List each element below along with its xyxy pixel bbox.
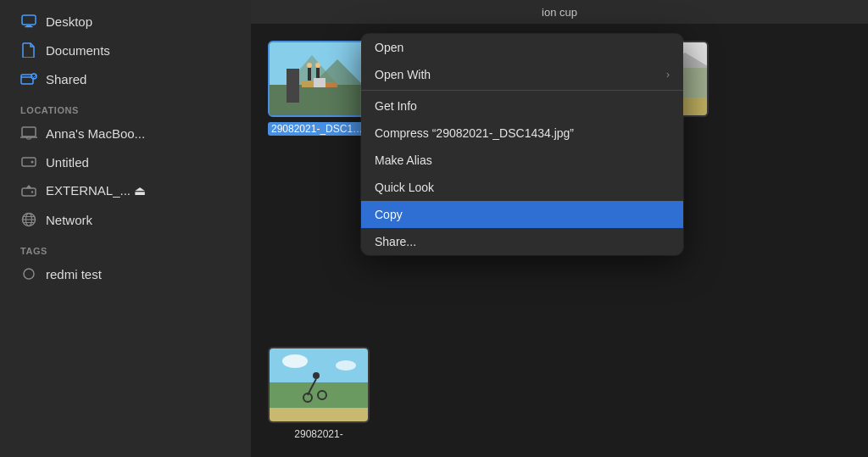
context-menu-share-label: Share... [375,235,416,248]
sidebar-item-documents-label: Documents [46,43,110,58]
context-menu-copy-label: Copy [375,208,403,221]
sidebar-item-external[interactable]: EXTERNAL_... ⏏ [7,177,244,204]
context-menu-make-alias[interactable]: Make Alias [361,147,683,174]
locations-header: Locations [0,93,251,119]
sidebar-item-documents[interactable]: Documents [7,36,244,64]
harddrive-icon [20,153,37,170]
svg-rect-8 [22,188,36,196]
svg-rect-26 [326,82,337,87]
svg-point-7 [31,161,34,164]
file-label-1: 29082021-_DSC1434. [268,122,370,136]
shared-icon [20,70,37,87]
sidebar-item-external-label: EXTERNAL_... ⏏ [46,183,146,198]
context-menu-quick-look[interactable]: Quick Look [361,174,683,201]
svg-point-43 [313,372,320,379]
desktop-icon [20,13,37,30]
svg-rect-24 [302,81,314,87]
svg-rect-41 [270,382,370,408]
svg-point-40 [336,360,356,371]
main-content: ion cup [251,0,868,457]
context-menu-get-info-label: Get Info [375,99,417,113]
sidebar-item-redmi-test-label: redmi test [46,267,102,281]
harddrive-eject-icon [20,182,37,199]
file-item-4[interactable]: 29082021- [268,347,370,440]
file-photo-4 [270,348,368,421]
sidebar-item-shared[interactable]: Shared [7,65,244,92]
network-icon [20,211,37,228]
context-menu-compress[interactable]: Compress “29082021-_DSC1434.jpg” [361,120,683,147]
svg-rect-0 [22,15,36,25]
context-menu: Open Open With › Get Info Compress “2908… [361,34,683,255]
sidebar-item-redmi-test[interactable]: redmi test [7,260,244,287]
laptop-icon [20,125,37,142]
file-label-4: 29082021- [294,428,342,440]
context-menu-share[interactable]: Share... [361,228,683,255]
context-menu-open-with-label: Open With [375,68,431,81]
file-thumbnail-4 [268,347,370,423]
svg-point-4 [31,74,36,79]
svg-rect-42 [270,408,370,423]
svg-point-23 [315,63,320,68]
sidebar-item-untitled[interactable]: Untitled [7,148,244,176]
svg-rect-25 [314,78,326,87]
context-menu-make-alias-label: Make Alias [375,153,432,167]
sidebar-item-macbook[interactable]: Anna's MacBoo... [7,120,244,147]
sidebar-item-macbook-label: Anna's MacBoo... [46,126,145,141]
context-menu-quick-look-label: Quick Look [375,181,434,194]
document-icon [20,42,37,59]
sidebar: Desktop Documents Shared Locations [0,0,251,457]
sidebar-item-network[interactable]: Network [7,206,244,233]
svg-point-9 [31,191,33,192]
file-thumbnail-1 [268,41,370,117]
svg-rect-5 [22,127,36,137]
separator-1 [361,90,683,91]
context-menu-open[interactable]: Open [361,34,683,61]
sidebar-item-desktop[interactable]: Desktop [7,8,244,35]
sidebar-item-untitled-label: Untitled [46,155,89,170]
tags-header: Tags [0,234,251,259]
file-item-1[interactable]: 29082021-_DSC1434. [268,41,370,136]
context-menu-open-label: Open [375,41,403,54]
chevron-right-icon: › [666,69,670,81]
tag-circle-icon [20,265,37,282]
context-menu-open-with[interactable]: Open With › [361,61,683,88]
context-menu-get-info[interactable]: Get Info [361,92,683,120]
sidebar-item-shared-label: Shared [46,72,86,86]
svg-point-22 [307,63,312,68]
context-menu-copy[interactable]: Copy [361,201,683,228]
context-menu-compress-label: Compress “29082021-_DSC1434.jpg” [375,126,574,140]
sidebar-item-desktop-label: Desktop [46,14,92,29]
sidebar-item-network-label: Network [46,213,92,227]
svg-rect-17 [270,85,370,117]
svg-rect-6 [22,158,36,166]
top-bar: ion cup [251,0,868,24]
top-bar-title: ion cup [542,6,577,19]
file-photo-1 [270,42,368,115]
svg-point-39 [282,354,308,368]
svg-point-15 [24,269,34,279]
